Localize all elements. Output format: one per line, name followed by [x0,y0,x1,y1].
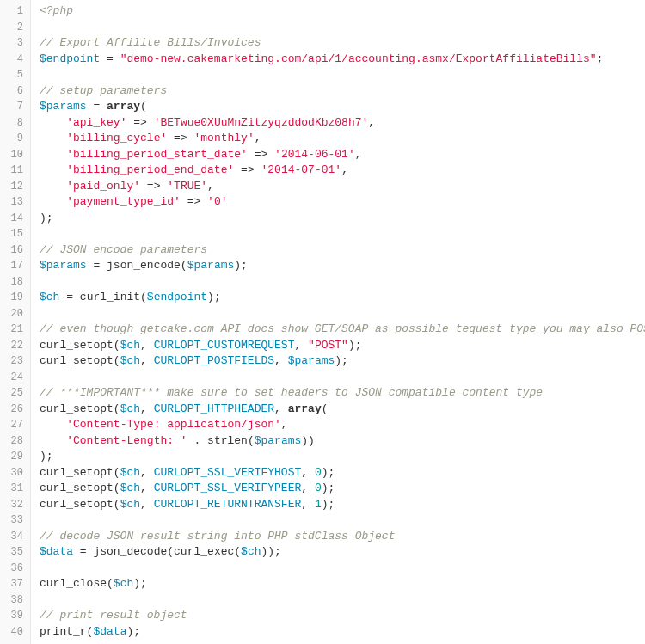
code-line: 'billing_period_start_date' => '2014-06-… [40,147,645,163]
code-content[interactable]: <?php // Export Affilite Bills/Invoices$… [31,0,645,644]
code-token: curl_setopt( [40,481,120,494]
code-token: , [274,402,288,415]
code-token: $data [93,625,126,638]
code-token: // decode JSON result string into PHP st… [40,530,395,543]
code-token: $params [288,354,335,367]
code-line: // Export Affilite Bills/Invoices [40,35,645,52]
code-line: print_r($data); [40,624,645,641]
code-token: array [288,402,322,415]
code-line: $data = json_decode(curl_exec($ch)); [40,544,645,561]
code-token: $ch [120,498,140,511]
code-token: ); [322,481,335,494]
code-line: ); [40,449,645,465]
code-line [40,20,645,36]
line-number: 14 [0,211,30,227]
code-token: , [301,481,315,494]
line-number: 33 [0,512,30,529]
code-token: ; [597,52,604,65]
code-token: // Export Affilite Bills/Invoices [40,36,261,49]
line-number: 13 [0,194,30,211]
code-token: $data [40,545,73,558]
line-number: 17 [0,258,30,274]
line-number-gutter: 1234567891011121314151617181920212223242… [0,0,31,644]
line-number: 22 [0,338,30,354]
code-token [40,180,66,193]
code-token: , [207,180,214,193]
code-token: => [255,148,268,161]
code-token [140,180,147,193]
line-number: 6 [0,83,30,100]
code-line: $endpoint = "demo-new.cakemarketing.com/… [40,52,645,68]
code-token [40,418,66,431]
code-token: ); [40,450,53,463]
code-line: $params = json_encode($params); [40,258,645,274]
code-token: $params [255,434,302,447]
code-token: 0 [315,481,322,494]
code-token: curl_setopt( [40,339,120,352]
code-token: , [140,498,154,511]
code-token: , [368,116,375,129]
code-token: $params [40,259,87,272]
code-token [181,195,187,208]
code-line: 'payment_type_id' => '0' [40,194,645,211]
code-token: 'paid_only' [66,180,140,193]
code-token: , [301,466,315,479]
code-token: , [140,354,154,367]
line-number: 34 [0,529,30,545]
line-number: 24 [0,370,30,386]
code-token: // ***IMPORTANT*** make sure to set head… [40,386,543,399]
code-token: 'monthly' [194,132,254,144]
code-token: '0' [207,195,227,208]
code-token: curl_close( [40,577,114,590]
code-token: ); [348,339,362,352]
code-line: 'Content-Type: application/json', [40,417,645,433]
code-token [255,163,261,176]
code-token: curl_setopt( [40,466,120,479]
code-token: ( [140,100,147,113]
code-line: // even though getcake.com API docs show… [40,322,645,338]
code-token: CURLOPT_CUSTOMREQUEST [154,339,295,352]
code-token: , [140,466,154,479]
code-line: $ch = curl_init($endpoint); [40,290,645,306]
code-line: curl_setopt($ch, CURLOPT_RETURNTRANSFER,… [40,497,645,513]
code-token: <?php [40,4,73,17]
code-token: $ch [120,481,140,494]
code-line: 'billing_cycle' => 'monthly', [40,131,645,147]
line-number: 16 [0,242,30,259]
code-token: 'BETwue0XUuMnZitzyqzddodKbz08h7' [154,116,369,129]
line-number: 20 [0,306,30,322]
code-line [40,561,645,577]
code-token: 'TRUE' [167,180,207,193]
code-token: ); [133,577,147,590]
line-number: 40 [0,624,30,641]
code-token: ); [322,498,335,511]
code-token: 'Content-Length: ' [66,434,187,447]
code-token: "POST" [308,339,348,352]
line-number: 26 [0,402,30,418]
code-token: $ch [120,402,140,415]
code-token: , [281,418,288,431]
code-token [248,148,255,161]
code-token: => [174,132,187,144]
code-token: // print result object [40,609,187,622]
code-token: = [107,52,114,65]
code-line: curl_close($ch); [40,576,645,592]
code-token: 'billing_period_start_date' [66,148,248,161]
code-token: => [147,180,161,193]
line-number: 39 [0,608,30,624]
code-token: '2014-07-01' [261,163,342,176]
code-token: ); [322,466,335,479]
code-line: curl_setopt($ch, CURLOPT_CUSTOMREQUEST, … [40,338,645,354]
code-token: , [355,148,362,161]
line-number: 31 [0,481,30,497]
code-token: CURLOPT_HTTPHEADER [154,402,274,415]
code-token: )); [261,545,281,558]
line-number: 19 [0,290,30,306]
code-token [167,132,174,144]
line-number: 37 [0,576,30,592]
code-line [40,274,645,291]
code-line [40,592,645,609]
code-token: => [187,195,201,208]
code-token: )) [301,434,315,447]
line-number: 29 [0,449,30,465]
